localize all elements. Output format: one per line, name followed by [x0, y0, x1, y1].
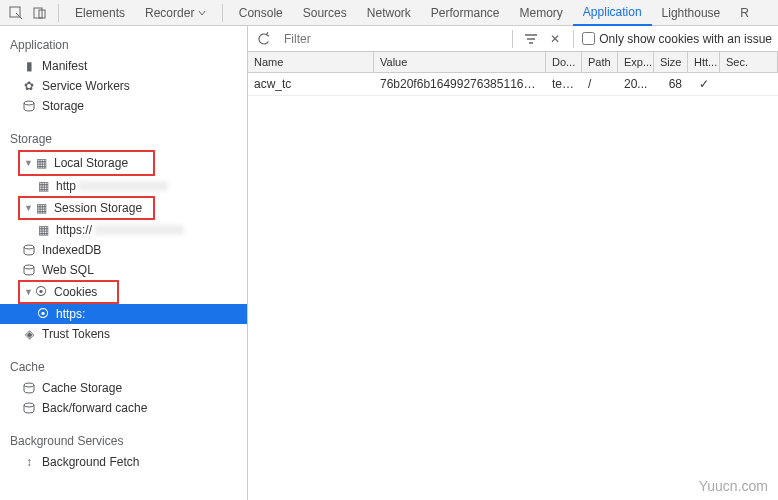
label: Cookies — [54, 285, 97, 299]
section-application: Application — [0, 32, 247, 56]
label: Background Fetch — [42, 455, 139, 469]
cookie-icon: ⦿ — [36, 307, 50, 321]
cookie-icon: ⦿ — [34, 285, 48, 299]
device-icon[interactable] — [32, 5, 48, 21]
th-secure[interactable]: Sec. — [720, 52, 778, 72]
sidebar-item-local-origin[interactable]: ▦http — [0, 176, 247, 196]
section-cache: Cache — [0, 354, 247, 378]
th-httponly[interactable]: Htt... — [688, 52, 720, 72]
tab-sources[interactable]: Sources — [293, 1, 357, 25]
sidebar-item-bfcache[interactable]: Back/forward cache — [0, 398, 247, 418]
cell-httponly: ✓ — [688, 73, 720, 95]
sidebar-item-cache-storage[interactable]: Cache Storage — [0, 378, 247, 398]
tab-lighthouse[interactable]: Lighthouse — [652, 1, 731, 25]
th-domain[interactable]: Do... — [546, 52, 582, 72]
file-icon: ▮ — [22, 59, 36, 73]
sidebar-item-local-storage[interactable]: ▼▦Local Storage — [20, 153, 153, 173]
th-name[interactable]: Name — [248, 52, 374, 72]
separator — [573, 30, 574, 48]
storage-icon — [22, 243, 36, 257]
blurred-text — [78, 181, 168, 191]
sidebar-item-session-storage[interactable]: ▼▦Session Storage — [20, 198, 153, 218]
separator — [58, 4, 59, 22]
th-expires[interactable]: Exp... — [618, 52, 654, 72]
tab-console[interactable]: Console — [229, 1, 293, 25]
th-value[interactable]: Value — [374, 52, 546, 72]
cookies-toolbar: ✕ Only show cookies with an issue — [248, 26, 778, 52]
sidebar-item-cookies-origin[interactable]: ⦿https: — [0, 304, 247, 324]
svg-point-5 — [24, 265, 34, 269]
tab-elements[interactable]: Elements — [65, 1, 135, 25]
sidebar-item-trust-tokens[interactable]: ◈Trust Tokens — [0, 324, 247, 344]
watermark: Yuucn.com — [699, 478, 768, 494]
label: http — [56, 179, 76, 193]
section-storage: Storage — [0, 126, 247, 150]
tab-network[interactable]: Network — [357, 1, 421, 25]
svg-point-7 — [24, 403, 34, 407]
sidebar-item-session-origin[interactable]: ▦https:// — [0, 220, 247, 240]
label: https:// — [56, 223, 92, 237]
chevron-down-icon: ▼ — [24, 158, 32, 168]
separator — [512, 30, 513, 48]
label: Web SQL — [42, 263, 94, 277]
refresh-icon[interactable] — [254, 29, 274, 49]
cookies-table-header: Name Value Do... Path Exp... Size Htt...… — [248, 52, 778, 73]
sidebar-item-storage[interactable]: Storage — [0, 96, 247, 116]
tab-overflow[interactable]: R — [730, 1, 759, 25]
sidebar: Application ▮Manifest ✿Service Workers S… — [0, 26, 248, 500]
sync-icon: ↕ — [22, 455, 36, 469]
sidebar-item-cookies[interactable]: ▼⦿Cookies — [20, 282, 117, 302]
inspect-icon[interactable] — [8, 5, 24, 21]
label: https: — [56, 307, 85, 321]
label: Service Workers — [42, 79, 130, 93]
grid-icon: ▦ — [36, 179, 50, 193]
sidebar-item-manifest[interactable]: ▮Manifest — [0, 56, 247, 76]
svg-point-6 — [24, 383, 34, 387]
cell-path: / — [582, 73, 618, 95]
label: Manifest — [42, 59, 87, 73]
tab-recorder[interactable]: Recorder — [135, 1, 216, 25]
tab-memory[interactable]: Memory — [510, 1, 573, 25]
label: Only show cookies with an issue — [599, 32, 772, 46]
tab-performance[interactable]: Performance — [421, 1, 510, 25]
sidebar-item-background-fetch[interactable]: ↕Background Fetch — [0, 452, 247, 472]
section-background: Background Services — [0, 428, 247, 452]
storage-icon — [22, 401, 36, 415]
blurred-text — [94, 225, 184, 235]
label: Local Storage — [54, 156, 128, 170]
svg-point-4 — [24, 245, 34, 249]
label: Back/forward cache — [42, 401, 147, 415]
filter-input[interactable] — [278, 29, 504, 49]
chevron-down-icon: ▼ — [24, 203, 32, 213]
cookies-table-body: acw_tc 76b20f6b16499276385116482... test… — [248, 73, 778, 96]
th-size[interactable]: Size — [654, 52, 688, 72]
label: Cache Storage — [42, 381, 122, 395]
cell-value: 76b20f6b16499276385116482... — [374, 73, 546, 95]
chevron-down-icon: ▼ — [24, 287, 32, 297]
label: Trust Tokens — [42, 327, 110, 341]
sidebar-item-indexeddb[interactable]: IndexedDB — [0, 240, 247, 260]
cell-size: 68 — [654, 73, 688, 95]
devtools-tabbar: Elements Recorder Console Sources Networ… — [0, 0, 778, 26]
th-path[interactable]: Path — [582, 52, 618, 72]
cell-domain: test... — [546, 73, 582, 95]
table-row[interactable]: acw_tc 76b20f6b16499276385116482... test… — [248, 73, 778, 96]
sidebar-item-websql[interactable]: Web SQL — [0, 260, 247, 280]
only-issues-checkbox[interactable]: Only show cookies with an issue — [582, 32, 772, 46]
tab-application[interactable]: Application — [573, 0, 652, 26]
label: Session Storage — [54, 201, 142, 215]
shield-icon: ◈ — [22, 327, 36, 341]
main-panel: Application ▮Manifest ✿Service Workers S… — [0, 26, 778, 500]
grid-icon: ▦ — [34, 156, 48, 170]
grid-icon: ▦ — [34, 201, 48, 215]
cell-expires: 20... — [618, 73, 654, 95]
content-panel: ✕ Only show cookies with an issue Name V… — [248, 26, 778, 500]
highlight-session-storage: ▼▦Session Storage — [18, 196, 155, 220]
filter-options-icon[interactable] — [521, 29, 541, 49]
cell-name: acw_tc — [248, 73, 374, 95]
highlight-local-storage: ▼▦Local Storage — [18, 150, 155, 176]
sidebar-item-service-workers[interactable]: ✿Service Workers — [0, 76, 247, 96]
clear-icon[interactable]: ✕ — [545, 29, 565, 49]
grid-icon: ▦ — [36, 223, 50, 237]
storage-icon — [22, 381, 36, 395]
